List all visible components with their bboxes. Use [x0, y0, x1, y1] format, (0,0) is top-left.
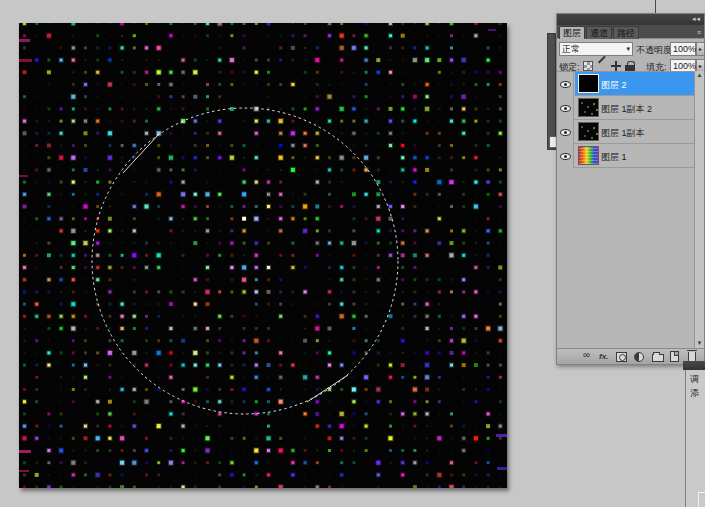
document-canvas[interactable] — [19, 23, 507, 488]
opacity-value: 100% — [673, 44, 696, 54]
selection-chord-lower-right[interactable] — [307, 375, 348, 402]
chevron-down-icon: ▾ — [626, 43, 630, 55]
visibility-cell[interactable] — [557, 144, 574, 168]
visibility-cell[interactable] — [557, 96, 574, 120]
clipped-panel-header[interactable] — [683, 361, 705, 370]
opacity-spinner[interactable]: ▸ — [696, 42, 705, 56]
tab-layers[interactable]: 图层 — [559, 26, 585, 39]
layer-row-1[interactable]: 图层 1 — [557, 144, 696, 168]
layer-thumbnail[interactable] — [578, 74, 599, 93]
eye-icon[interactable] — [560, 81, 571, 88]
dock-divider — [655, 0, 656, 14]
tab-channels[interactable]: 通道 — [586, 26, 612, 39]
layer-name[interactable]: 图层 2 — [601, 79, 627, 92]
blend-mode-select[interactable]: 正常 ▾ — [559, 42, 633, 56]
scroll-down-icon[interactable]: ▼ — [695, 339, 704, 348]
opacity-field[interactable]: 100% — [670, 42, 696, 56]
tab-paths[interactable]: 路径 — [613, 26, 639, 39]
lock-transparency-icon[interactable] — [583, 61, 593, 71]
eye-icon[interactable] — [560, 105, 571, 112]
new-layer-icon[interactable] — [670, 351, 679, 362]
selection-chord-upper-left[interactable] — [123, 134, 159, 173]
layer-row-1-copy-2[interactable]: 图层 1副本 2 — [557, 96, 696, 120]
selection-circle[interactable] — [92, 108, 398, 414]
layer-list-scrollbar[interactable]: ▲ ▼ — [694, 71, 704, 348]
layer-row-1-copy[interactable]: 图层 1副本 — [557, 120, 696, 144]
collapse-dock-icon[interactable]: ◂◂ — [692, 15, 701, 23]
layer-name[interactable]: 图层 1副本 — [601, 127, 645, 140]
panel-header-bar[interactable]: ◂◂ — [557, 14, 704, 25]
layer-name[interactable]: 图层 1 — [601, 151, 627, 164]
photoshop-workspace: { "app": { "background": "#c7c7c7" }, "c… — [0, 0, 705, 507]
clipped-panel-item[interactable] — [698, 492, 705, 507]
visibility-cell[interactable] — [557, 120, 574, 144]
lock-icons-group — [583, 61, 635, 71]
layers-panel-toolbar: ∞ fx. — [557, 348, 704, 364]
selection-marquee[interactable] — [19, 23, 507, 488]
panel-menu-icon[interactable]: ≡ — [697, 29, 701, 36]
lock-all-icon[interactable] — [625, 61, 635, 71]
layer-thumbnail[interactable] — [578, 122, 599, 141]
new-group-icon[interactable] — [652, 354, 664, 362]
eye-icon[interactable] — [560, 129, 571, 136]
lock-pixels-icon[interactable] — [597, 61, 607, 71]
layer-row-2[interactable]: 图层 2 — [557, 72, 696, 96]
clipped-side-panel: 调 添 — [683, 361, 705, 507]
layer-list: 图层 2 图层 1副本 2 图层 1副本 图层 1 — [557, 71, 696, 348]
panel-tab-row: 图层 通道 路径 ≡ — [557, 25, 704, 39]
collapsed-dock-scrollbar[interactable] — [547, 33, 556, 150]
layer-style-icon[interactable]: fx. — [599, 352, 610, 362]
layer-thumbnail[interactable] — [578, 98, 599, 117]
link-layers-icon[interactable]: ∞ — [583, 350, 594, 360]
lock-position-icon[interactable] — [611, 61, 621, 71]
clipped-panel-text-2: 添 — [690, 387, 699, 400]
layer-thumbnail[interactable] — [578, 146, 599, 165]
eye-icon[interactable] — [560, 153, 571, 160]
layers-panel: ◂◂ 图层 通道 路径 ≡ 正常 ▾ 不透明度: 100% ▸ 锁定: 填充: … — [556, 13, 705, 365]
scroll-up-icon[interactable]: ▲ — [695, 71, 704, 80]
adjustment-layer-icon[interactable] — [634, 352, 644, 362]
clipped-panel-text-1: 调 — [690, 373, 699, 386]
blend-mode-value: 正常 — [562, 44, 580, 54]
add-mask-icon[interactable] — [616, 352, 627, 362]
fill-value: 100% — [673, 61, 696, 71]
opacity-label: 不透明度: — [636, 44, 675, 56]
visibility-cell[interactable] — [557, 72, 574, 96]
clipped-panel-body: 调 添 — [685, 370, 705, 507]
layer-name[interactable]: 图层 1副本 2 — [601, 103, 652, 116]
